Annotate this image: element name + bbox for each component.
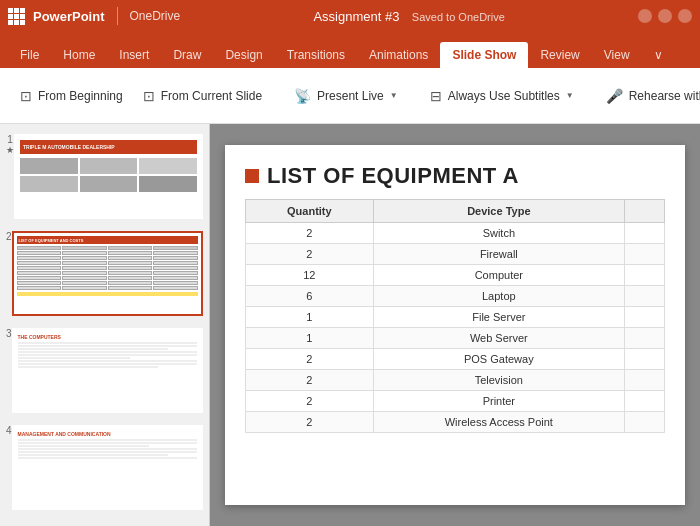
- rehearse-coach-icon: 🎤: [606, 88, 623, 104]
- cell-extra: [625, 307, 665, 328]
- cell-device: File Server: [373, 307, 624, 328]
- cell-qty: 2: [246, 244, 374, 265]
- s3-line-6: [18, 357, 130, 359]
- title-bar-divider: [117, 7, 118, 25]
- cell-device: Wireless Access Point: [373, 412, 624, 433]
- col-header-device: Device Type: [373, 200, 624, 223]
- s4-line-6: [18, 454, 168, 456]
- tab-draw[interactable]: Draw: [161, 42, 213, 68]
- slide-title: LIST OF EQUIPMENT A: [267, 163, 519, 189]
- cell-device: Computer: [373, 265, 624, 286]
- maximize-button[interactable]: [658, 9, 672, 23]
- col-header-quantity: Quantity: [246, 200, 374, 223]
- tab-more[interactable]: ∨: [642, 42, 675, 68]
- s3-line-2: [18, 345, 197, 347]
- slide-view: LIST OF EQUIPMENT A Quantity Device Type…: [225, 145, 685, 505]
- table-row: 2 Television: [246, 370, 665, 391]
- rehearse-coach-button[interactable]: 🎤 Rehearse with Coach: [598, 84, 700, 108]
- cell-extra: [625, 244, 665, 265]
- main-area: 1 ★ TRIPLE M AUTOMOBILE DEALERSHIP: [0, 124, 700, 526]
- cell-qty: 1: [246, 328, 374, 349]
- s1-header: TRIPLE M AUTOMOBILE DEALERSHIP: [20, 140, 197, 154]
- s2-table: [17, 246, 198, 290]
- s3-line-7: [18, 360, 197, 362]
- s3-line-5: [18, 354, 197, 356]
- close-button[interactable]: [678, 9, 692, 23]
- slide-image-4[interactable]: MANAGEMENT AND COMMUNICATION: [12, 425, 203, 510]
- title-bar-right: [638, 9, 692, 23]
- slide-panel[interactable]: 1 ★ TRIPLE M AUTOMOBILE DEALERSHIP: [0, 124, 210, 526]
- s3-line-1: [18, 342, 197, 344]
- cell-extra: [625, 286, 665, 307]
- table-row: 1 File Server: [246, 307, 665, 328]
- s4-line-7: [18, 457, 197, 459]
- cell-extra: [625, 370, 665, 391]
- slide-image-3[interactable]: THE COMPUTERS: [12, 328, 203, 413]
- tab-design[interactable]: Design: [213, 42, 274, 68]
- save-status: Saved to OneDrive: [412, 11, 505, 23]
- cell-device: POS Gateway: [373, 349, 624, 370]
- present-live-button[interactable]: 📡 Present Live ▼: [286, 84, 406, 108]
- table-row: 2 Printer: [246, 391, 665, 412]
- present-live-dropdown: ▼: [390, 91, 398, 100]
- tab-insert[interactable]: Insert: [107, 42, 161, 68]
- always-subtitles-label: Always Use Subtitles: [448, 89, 560, 103]
- app-grid-icon[interactable]: [8, 8, 25, 25]
- onedrive-label: OneDrive: [130, 9, 181, 23]
- cell-qty: 6: [246, 286, 374, 307]
- slide-thumb-3[interactable]: 3 THE COMPUTERS: [4, 326, 205, 415]
- title-bar-left: PowerPoint OneDrive: [8, 7, 180, 25]
- cell-device: Switch: [373, 223, 624, 244]
- tab-review[interactable]: Review: [528, 42, 591, 68]
- title-bar-center: Assignment #3 Saved to OneDrive: [180, 7, 638, 25]
- cell-qty: 2: [246, 223, 374, 244]
- table-row: 2 Switch: [246, 223, 665, 244]
- s1-grid: [16, 156, 201, 194]
- slide-image-1[interactable]: TRIPLE M AUTOMOBILE DEALERSHIP: [14, 134, 203, 219]
- from-current-button[interactable]: ⊡ From Current Slide: [135, 84, 270, 108]
- minimize-button[interactable]: [638, 9, 652, 23]
- equipment-table: Quantity Device Type 2 Switch 2 Firewall…: [245, 199, 665, 433]
- slide-thumb-1[interactable]: 1 ★ TRIPLE M AUTOMOBILE DEALERSHIP: [4, 132, 205, 221]
- tab-file[interactable]: File: [8, 42, 51, 68]
- s3-line-8: [18, 363, 197, 365]
- from-beginning-label: From Beginning: [38, 89, 123, 103]
- from-beginning-button[interactable]: ⊡ From Beginning: [12, 84, 131, 108]
- cell-device: Printer: [373, 391, 624, 412]
- cell-device: Television: [373, 370, 624, 391]
- always-subtitles-dropdown: ▼: [566, 91, 574, 100]
- present-live-label: Present Live: [317, 89, 384, 103]
- s4-line-4: [18, 448, 197, 450]
- tab-animations[interactable]: Animations: [357, 42, 440, 68]
- always-subtitles-icon: ⊟: [430, 88, 442, 104]
- slide-thumb-4[interactable]: 4 MANAGEMENT AND COMMUNICATION: [4, 423, 205, 512]
- s3-line-3: [18, 348, 168, 350]
- cell-extra: [625, 349, 665, 370]
- slide-num-1: 1: [7, 134, 13, 145]
- tab-slideshow[interactable]: Slide Show: [440, 42, 528, 68]
- content-area: LIST OF EQUIPMENT A Quantity Device Type…: [210, 124, 700, 526]
- cell-device: Web Server: [373, 328, 624, 349]
- s4-line-2: [18, 442, 197, 444]
- always-subtitles-button[interactable]: ⊟ Always Use Subtitles ▼: [422, 84, 582, 108]
- cell-device: Firewall: [373, 244, 624, 265]
- table-row: 12 Computer: [246, 265, 665, 286]
- title-bar: PowerPoint OneDrive Assignment #3 Saved …: [0, 0, 700, 32]
- slide-image-2[interactable]: LIST OF EQUIPMENT AND COSTS: [12, 231, 203, 316]
- tab-transitions[interactable]: Transitions: [275, 42, 357, 68]
- from-current-icon: ⊡: [143, 88, 155, 104]
- s2-header: LIST OF EQUIPMENT AND COSTS: [17, 236, 198, 244]
- slide-thumb-2[interactable]: 2 LIST OF EQUIPMENT AND COSTS: [4, 229, 205, 318]
- app-name: PowerPoint: [33, 9, 105, 24]
- cell-extra: [625, 223, 665, 244]
- present-live-icon: 📡: [294, 88, 311, 104]
- rehearse-coach-label: Rehearse with Coach: [629, 89, 700, 103]
- s3-title: THE COMPUTERS: [18, 334, 197, 340]
- slide-title-square: [245, 169, 259, 183]
- cell-device: Laptop: [373, 286, 624, 307]
- slide-num-col-1: 1 ★: [6, 134, 14, 155]
- slide-title-row: LIST OF EQUIPMENT A: [225, 145, 685, 199]
- cell-qty: 2: [246, 370, 374, 391]
- tab-view[interactable]: View: [592, 42, 642, 68]
- tab-home[interactable]: Home: [51, 42, 107, 68]
